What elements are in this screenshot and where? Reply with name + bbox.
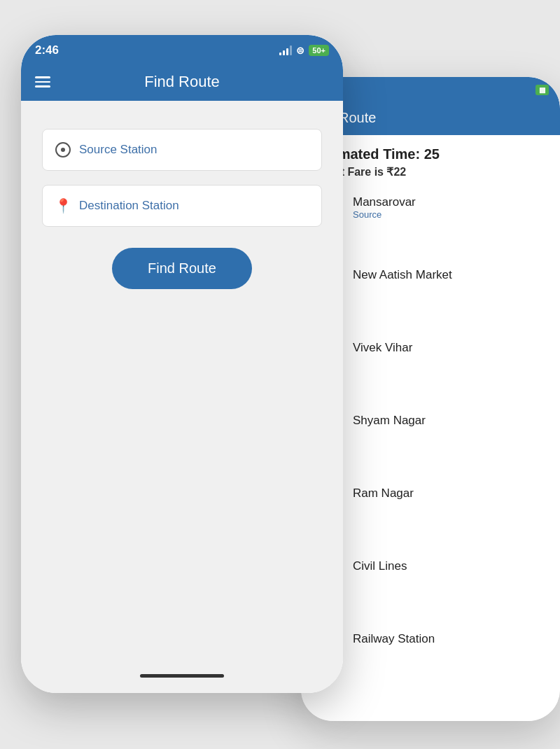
station-name: New Aatish Market <box>353 268 452 282</box>
route-item: 🚌Railway Station <box>312 626 549 657</box>
route-item: 🚌New Aatish Market <box>312 262 549 335</box>
phone1: 2:46 ⊜ 50+ Find Route <box>21 35 343 693</box>
station-name: Civil Lines <box>353 559 407 573</box>
source-location-icon <box>55 142 71 158</box>
route-item: 🚌Civil Lines <box>312 554 549 626</box>
estimated-time: Estimated Time: 25 <box>312 146 549 162</box>
home-indicator-1 <box>140 674 224 678</box>
route-item-right: Ram Nagar <box>353 481 414 500</box>
station-name: Ram Nagar <box>353 486 414 500</box>
app-bar-1: Find Route <box>21 63 343 101</box>
app-title-2: Route <box>339 110 376 126</box>
route-item: 🚌Vivek Vihar <box>312 335 549 408</box>
destination-placeholder: Destination Station <box>79 199 179 213</box>
signal-icon <box>279 46 292 55</box>
station-name: Railway Station <box>353 632 435 646</box>
phone1-content: Source Station 📍 Destination Station Fin… <box>21 101 343 658</box>
wifi-icon: ⊜ <box>296 45 304 56</box>
phone1-bottom <box>21 658 343 693</box>
route-item: 🚌Shyam Nagar <box>312 408 549 481</box>
destination-input-field[interactable]: 📍 Destination Station <box>42 185 322 227</box>
hamburger-menu[interactable] <box>35 76 50 88</box>
route-item-right: Railway Station <box>353 626 435 646</box>
station-label: Source <box>353 209 416 220</box>
source-input-field[interactable]: Source Station <box>42 129 322 171</box>
station-name: Shyam Nagar <box>353 414 426 428</box>
scene: 2:46 ⊜ 50+ Find Route <box>0 0 560 749</box>
battery-icon-2: ▩ <box>536 85 549 95</box>
find-route-button[interactable]: Find Route <box>112 248 252 289</box>
route-item-right: New Aatish Market <box>353 262 452 282</box>
battery-badge: 50+ <box>309 45 329 56</box>
route-item-right: Shyam Nagar <box>353 408 426 428</box>
ticket-fare: Ticket Fare is ₹22 <box>312 165 549 178</box>
status-time-1: 2:46 <box>35 43 59 57</box>
route-item-right: Civil Lines <box>353 554 407 573</box>
station-name: Mansarovar <box>353 195 416 209</box>
route-item-right: MansarovarSource <box>353 190 416 220</box>
status-icons-1: ⊜ 50+ <box>279 45 329 56</box>
route-item-right: Vivek Vihar <box>353 335 412 355</box>
destination-location-icon: 📍 <box>55 198 71 214</box>
route-item: 🚌Ram Nagar <box>312 481 549 554</box>
status-bar-1: 2:46 ⊜ 50+ <box>21 35 343 63</box>
source-placeholder: Source Station <box>79 143 158 157</box>
station-name: Vivek Vihar <box>353 341 412 355</box>
route-list: 🚌MansarovarSource🚌New Aatish Market🚌Vive… <box>312 190 549 657</box>
route-item: 🚌MansarovarSource <box>312 190 549 262</box>
app-title-1: Find Route <box>64 73 300 91</box>
